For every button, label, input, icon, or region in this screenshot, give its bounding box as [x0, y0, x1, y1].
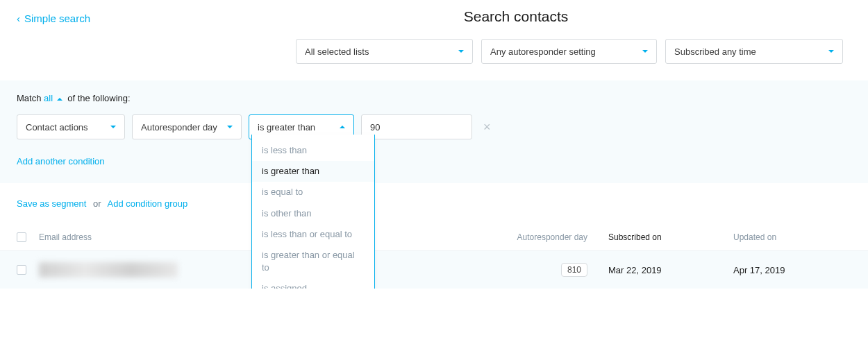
- operator-option[interactable]: is other than: [252, 203, 374, 224]
- lists-select[interactable]: All selected lists: [296, 39, 473, 64]
- condition-subfield-value: Autoresponder day: [141, 122, 217, 132]
- condition-row: Contact actions Autoresponder day is gre…: [17, 114, 851, 139]
- match-suffix: of the following:: [67, 93, 130, 103]
- subscribed-time-value: Subscribed any time: [674, 46, 756, 57]
- subscribed-time-select[interactable]: Subscribed any time: [665, 39, 843, 64]
- match-line: Match all of the following:: [17, 93, 851, 103]
- autoresponder-setting-select[interactable]: Any autoresponder setting: [481, 39, 657, 64]
- chevron-down-icon: [828, 50, 834, 53]
- chevron-down-icon: [458, 50, 464, 53]
- operator-option[interactable]: is equal to: [252, 182, 374, 203]
- autoresponder-setting-value: Any autoresponder setting: [490, 46, 596, 57]
- or-text: or: [93, 198, 101, 209]
- page-title: Search contacts: [181, 8, 851, 25]
- condition-field-select[interactable]: Contact actions: [17, 114, 125, 139]
- chevron-down-icon: [227, 126, 233, 128]
- remove-condition-button[interactable]: ×: [483, 120, 491, 135]
- segment-actions: Save as segment or Add condition group: [0, 183, 868, 224]
- row-checkbox[interactable]: [17, 265, 26, 275]
- chevron-up-icon: [57, 98, 62, 101]
- save-as-segment-link[interactable]: Save as segment: [17, 198, 86, 209]
- top-filters: All selected lists Any autoresponder set…: [0, 25, 868, 80]
- th-subscribed-on[interactable]: Subscribed on: [608, 232, 733, 242]
- chevron-down-icon: [110, 126, 116, 128]
- table-row[interactable]: 810 Mar 22, 2019 Apr 17, 2019: [0, 251, 868, 289]
- match-prefix: Match: [17, 93, 41, 103]
- operator-option[interactable]: is less than: [252, 140, 374, 161]
- conditions-panel: Match all of the following: Contact acti…: [0, 80, 868, 183]
- condition-operator-value: is greater than: [258, 122, 315, 132]
- th-updated-on: Updated on: [733, 232, 851, 242]
- operator-option[interactable]: is assigned: [252, 278, 374, 289]
- cell-autoresponder-day: 810: [490, 263, 608, 277]
- chevron-down-icon: [642, 50, 648, 53]
- lists-select-value: All selected lists: [305, 46, 369, 57]
- match-mode-toggle[interactable]: all: [44, 93, 53, 103]
- chevron-left-icon: ‹: [17, 13, 20, 24]
- add-condition-group-link[interactable]: Add condition group: [108, 198, 188, 209]
- operator-option[interactable]: is greater than: [252, 161, 374, 182]
- th-autoresponder-day: Autoresponder day: [490, 232, 608, 242]
- condition-subfield-select[interactable]: Autoresponder day: [132, 114, 242, 139]
- table-header: Email address Autoresponder day Subscrib…: [0, 224, 868, 251]
- operator-dropdown: is less than is greater than is equal to…: [251, 135, 375, 289]
- cell-updated-on: Apr 17, 2019: [733, 265, 851, 275]
- cell-subscribed-on: Mar 22, 2019: [608, 265, 733, 275]
- simple-search-back[interactable]: ‹ Simple search: [17, 12, 90, 24]
- select-all-checkbox[interactable]: [17, 232, 26, 242]
- chevron-up-icon: [340, 126, 345, 128]
- operator-option[interactable]: is less than or equal to: [252, 224, 374, 245]
- condition-field-value: Contact actions: [26, 122, 88, 132]
- autoresponder-day-badge: 810: [561, 263, 587, 277]
- condition-value-input[interactable]: [361, 114, 472, 139]
- operator-option[interactable]: is greater than or equal to: [252, 245, 374, 278]
- add-condition-link[interactable]: Add another condition: [17, 156, 851, 166]
- redacted-email: [39, 262, 178, 277]
- back-label: Simple search: [24, 12, 90, 24]
